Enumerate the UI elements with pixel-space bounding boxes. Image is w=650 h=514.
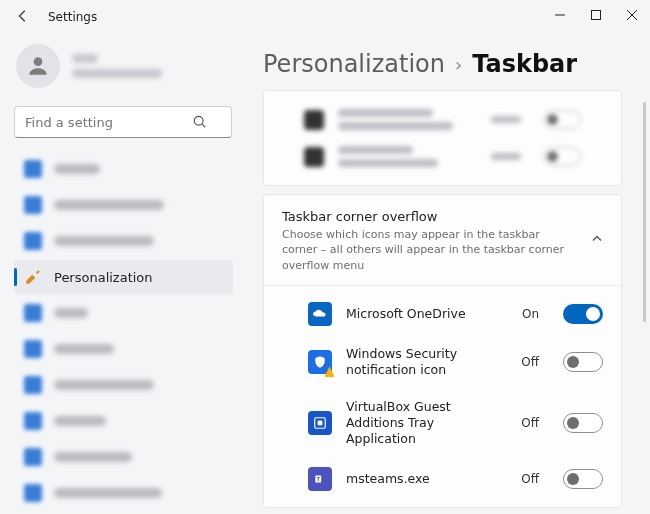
chevron-up-icon <box>591 233 603 248</box>
overflow-item-security: Windows Security notification icon Off <box>264 336 621 389</box>
personalization-icon <box>24 268 42 286</box>
svg-rect-8 <box>318 421 323 426</box>
svg-point-5 <box>194 116 203 125</box>
nav-item-blurred[interactable] <box>14 440 233 474</box>
nav-list: Personalization <box>14 152 233 514</box>
chevron-right-icon: › <box>455 54 462 75</box>
toggle-switch[interactable] <box>563 469 603 489</box>
card-subtitle: Choose which icons may appear in the tas… <box>282 227 569 273</box>
back-arrow-icon[interactable] <box>16 9 30 26</box>
list-item[interactable] <box>264 101 621 138</box>
card-header[interactable]: Taskbar corner overflow Choose which ico… <box>264 195 621 286</box>
nav-item-personalization[interactable]: Personalization <box>14 260 233 294</box>
search-box[interactable] <box>14 106 233 138</box>
onedrive-icon <box>308 302 332 326</box>
user-profile[interactable] <box>14 44 233 88</box>
overflow-item-onedrive: Microsoft OneDrive On <box>264 292 621 336</box>
nav-item-blurred[interactable] <box>14 368 233 402</box>
overflow-item-virtualbox: VirtualBox Guest Additions Tray Applicat… <box>264 389 621 458</box>
svg-text:T: T <box>316 476 320 482</box>
maximize-button[interactable] <box>578 0 614 30</box>
sidebar: Personalization <box>0 34 245 514</box>
svg-line-6 <box>202 124 205 127</box>
nav-item-blurred[interactable] <box>14 404 233 438</box>
nav-item-blurred[interactable] <box>14 152 233 186</box>
svg-point-4 <box>34 57 43 66</box>
list-item[interactable] <box>264 138 621 175</box>
item-status: Off <box>521 355 539 369</box>
item-status: Off <box>521 416 539 430</box>
scrollbar-thumb[interactable] <box>643 102 646 322</box>
item-status: Off <box>521 472 539 486</box>
breadcrumb-parent[interactable]: Personalization <box>263 50 445 78</box>
minimize-button[interactable] <box>542 0 578 30</box>
item-label: Windows Security notification icon <box>346 346 481 379</box>
nav-item-blurred[interactable] <box>14 332 233 366</box>
item-label: msteams.exe <box>346 471 430 487</box>
breadcrumb: Personalization › Taskbar <box>263 50 630 78</box>
item-label: VirtualBox Guest Additions Tray Applicat… <box>346 399 481 448</box>
card-title: Taskbar corner overflow <box>282 209 569 224</box>
close-button[interactable] <box>614 0 650 30</box>
virtualbox-icon <box>308 411 332 435</box>
card-taskbar-overflow: Taskbar corner overflow Choose which ico… <box>263 194 622 508</box>
nav-item-blurred[interactable] <box>14 188 233 222</box>
profile-email-blurred <box>72 69 162 78</box>
nav-label: Personalization <box>54 270 153 285</box>
card-blurred-items <box>263 90 622 186</box>
toggle-switch[interactable] <box>563 413 603 433</box>
item-label: Microsoft OneDrive <box>346 306 466 322</box>
teams-icon: T <box>308 467 332 491</box>
toggle-switch[interactable] <box>563 304 603 324</box>
titlebar: Settings <box>0 0 650 34</box>
toggle-switch[interactable] <box>563 352 603 372</box>
security-icon <box>308 350 332 374</box>
svg-rect-1 <box>592 11 601 20</box>
window-title: Settings <box>48 10 97 24</box>
avatar <box>16 44 60 88</box>
main-panel: Personalization › Taskbar Taskbar <box>245 34 650 514</box>
profile-name-blurred <box>72 54 98 63</box>
item-status: On <box>522 307 539 321</box>
overflow-item-teams: T msteams.exe Off <box>264 457 621 501</box>
search-icon <box>193 114 207 133</box>
breadcrumb-current: Taskbar <box>472 50 577 78</box>
nav-item-blurred[interactable] <box>14 224 233 258</box>
nav-item-blurred[interactable] <box>14 476 233 510</box>
nav-item-blurred[interactable] <box>14 296 233 330</box>
